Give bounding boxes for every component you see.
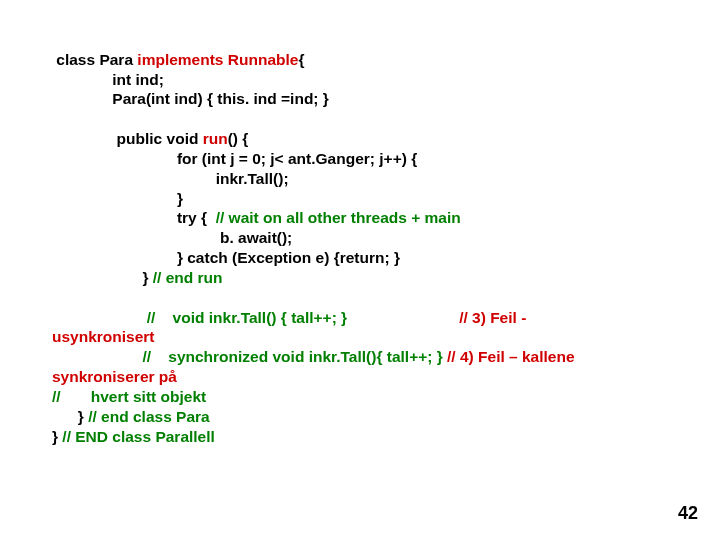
comment: // end class Para <box>88 408 210 425</box>
comment: // hvert sitt objekt <box>52 388 206 405</box>
comment-red: // 4) Feil – kallene <box>447 348 575 365</box>
slide: class Para implements Runnable{ int ind;… <box>0 0 720 540</box>
comment: // END class Parallell <box>62 428 215 445</box>
text: { <box>298 51 304 68</box>
text: Para(int ind) { this. ind =ind; } <box>52 90 329 107</box>
comment: // wait on all other threads + main <box>211 209 460 226</box>
text: } <box>52 190 183 207</box>
comment: // end run <box>153 269 223 286</box>
code-block: class Para implements Runnable{ int ind;… <box>52 30 660 446</box>
text: } <box>52 408 88 425</box>
text: } catch (Exception e) {return; } <box>52 249 400 266</box>
text: inkr.Tall(); <box>52 170 289 187</box>
text: public void <box>52 130 203 147</box>
comment: // void inkr.Tall() { tall++; } <box>52 309 459 326</box>
text: } <box>52 428 62 445</box>
comment-red: synkroniserer på <box>52 368 177 385</box>
keyword-implements: implements <box>137 51 223 68</box>
text: try { <box>52 209 211 226</box>
method-run: run <box>203 130 228 147</box>
text: } <box>52 269 153 286</box>
comment-red: usynkronisert <box>52 328 155 345</box>
page-number: 42 <box>678 503 698 524</box>
text: b. await(); <box>52 229 292 246</box>
type-runnable: Runnable <box>228 51 299 68</box>
text: class Para <box>52 51 137 68</box>
text: () { <box>228 130 249 147</box>
text: for (int j = 0; j< ant.Ganger; j++) { <box>52 150 417 167</box>
text: int ind; <box>52 71 164 88</box>
comment-red: // 3) Feil - <box>459 309 526 326</box>
comment: // synchronized void inkr.Tall(){ tall++… <box>52 348 447 365</box>
